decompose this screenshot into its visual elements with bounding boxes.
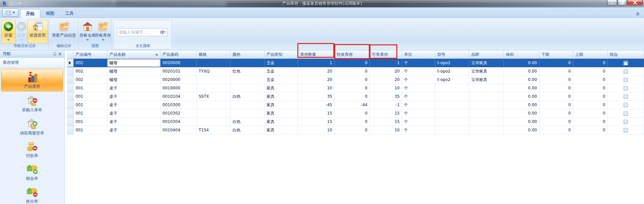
table-cell[interactable]: 0.00 bbox=[504, 101, 539, 109]
table-cell[interactable]: 35 bbox=[298, 92, 335, 101]
table-cell[interactable]: 0 bbox=[335, 67, 370, 76]
back-button[interactable]: 后退 bbox=[1, 20, 15, 43]
table-cell[interactable]: 0 bbox=[573, 118, 608, 126]
table-cell[interactable]: 0 bbox=[335, 76, 370, 84]
table-row[interactable]: 001桌子0010000家具10010个0.0000 bbox=[67, 84, 644, 92]
table-cell[interactable]: -44 bbox=[335, 101, 370, 109]
table-cell[interactable]: 0 bbox=[539, 118, 573, 126]
table-cell[interactable]: 0010000 bbox=[160, 84, 197, 92]
table-cell[interactable]: 0 bbox=[335, 126, 370, 134]
table-cell[interactable]: 0010304 bbox=[160, 118, 197, 126]
table-cell[interactable] bbox=[435, 92, 469, 101]
table-row[interactable]: 001桌子0010104SSTX白色家具35035个0.0000 bbox=[67, 92, 644, 101]
table-cell[interactable] bbox=[469, 84, 504, 92]
column-header-7[interactable]: 库存数量 bbox=[298, 50, 335, 59]
table-cell[interactable]: 桌子 bbox=[107, 109, 160, 118]
table-cell[interactable]: 0 bbox=[573, 109, 608, 118]
table-cell[interactable]: 15 bbox=[370, 118, 402, 126]
table-cell[interactable]: 宝华家具 bbox=[469, 59, 504, 67]
table-cell[interactable]: 白色 bbox=[231, 92, 264, 101]
table-cell[interactable]: 白色 bbox=[231, 118, 264, 126]
table-cell[interactable]: 0 bbox=[539, 59, 573, 67]
table-cell[interactable]: 五金 bbox=[264, 67, 298, 76]
close-button[interactable] bbox=[627, 0, 643, 5]
table-cell[interactable]: 0 bbox=[573, 76, 608, 84]
table-cell[interactable]: t-opo2 bbox=[435, 67, 469, 76]
table-cell[interactable] bbox=[231, 59, 264, 67]
forward-button[interactable]: 前进 bbox=[15, 20, 28, 43]
column-header-14[interactable]: 下限 bbox=[539, 50, 573, 59]
table-cell[interactable] bbox=[231, 76, 264, 84]
combo-checkbox[interactable] bbox=[624, 61, 628, 65]
table-cell[interactable]: 家具 bbox=[264, 118, 298, 126]
table-cell[interactable]: 螺母 bbox=[107, 76, 160, 84]
table-cell[interactable]: 0010302 bbox=[160, 109, 197, 118]
sidebar-item-supplier-return[interactable]: 供应商退货单 bbox=[1, 116, 63, 138]
column-header-1[interactable]: 产品编号 bbox=[73, 50, 107, 59]
table-cell[interactable]: 15 bbox=[298, 109, 335, 118]
table-cell[interactable] bbox=[469, 118, 504, 126]
all-stock-button[interactable]: 所有库存 bbox=[95, 20, 111, 43]
table-cell[interactable]: 0.00 bbox=[504, 76, 539, 84]
table-cell[interactable]: T154 bbox=[197, 126, 231, 134]
table-cell[interactable]: 10 bbox=[370, 84, 402, 92]
table-cell[interactable]: 0 bbox=[573, 101, 608, 109]
table-cell[interactable] bbox=[231, 109, 264, 118]
table-row[interactable]: 002螺母0020101TYXQ红色五金20020个t-opo2宝华家具0.00… bbox=[67, 67, 644, 76]
table-cell[interactable]: -45 bbox=[298, 101, 335, 109]
table-cell[interactable]: 0010104 bbox=[160, 92, 197, 101]
column-header-16[interactable]: 组合 bbox=[608, 50, 644, 59]
search-go-button[interactable]: 搜! bbox=[159, 30, 167, 35]
sidebar-item-purchase-inbound[interactable]: 采购入库单 bbox=[1, 93, 63, 115]
table-cell[interactable]: 五金 bbox=[264, 76, 298, 84]
table-cell[interactable]: 螺母 bbox=[107, 59, 160, 67]
tab-home[interactable]: 开始 bbox=[20, 9, 40, 18]
combo-checkbox[interactable] bbox=[624, 94, 628, 99]
table-cell[interactable]: 0.00 bbox=[504, 84, 539, 92]
table-row[interactable]: 001桌子0010304白色家具15015个0.0000 bbox=[67, 118, 644, 126]
column-header-15[interactable]: 上限 bbox=[573, 50, 608, 59]
table-cell[interactable]: 家具 bbox=[264, 101, 298, 109]
table-cell[interactable]: 桌子 bbox=[107, 101, 160, 109]
table-cell[interactable] bbox=[435, 126, 469, 134]
table-cell[interactable] bbox=[469, 101, 504, 109]
table-cell[interactable]: 10 bbox=[370, 126, 402, 134]
table-cell[interactable]: 0 bbox=[539, 109, 573, 118]
restore-button[interactable] bbox=[617, 0, 627, 5]
table-cell[interactable]: 0020101 bbox=[160, 67, 197, 76]
minimize-button[interactable] bbox=[607, 0, 617, 5]
column-header-9[interactable]: 可售库存 bbox=[370, 50, 402, 59]
combo-checkbox[interactable] bbox=[624, 103, 628, 107]
table-cell[interactable]: 0 bbox=[539, 92, 573, 101]
table-row[interactable]: 001桌子0010300家具-45-44-1个0.0000 bbox=[67, 101, 644, 109]
table-cell[interactable]: 红色 bbox=[231, 67, 264, 76]
column-header-2[interactable]: 产品名称 bbox=[107, 50, 160, 59]
table-cell[interactable]: 15 bbox=[370, 109, 402, 118]
table-cell[interactable]: t-opo2 bbox=[435, 76, 469, 84]
table-cell[interactable] bbox=[469, 92, 504, 101]
table-cell[interactable]: 0010404 bbox=[160, 126, 197, 134]
table-cell[interactable]: 白色 bbox=[231, 126, 264, 134]
table-cell[interactable]: 0 bbox=[573, 92, 608, 101]
table-cell[interactable]: t-opo2 bbox=[435, 59, 469, 67]
table-cell[interactable]: 0.00 bbox=[504, 67, 539, 76]
table-cell[interactable]: 宝华家具 bbox=[469, 76, 504, 84]
table-cell[interactable]: 1 bbox=[370, 59, 402, 67]
table-cell[interactable]: TYXQ bbox=[197, 67, 231, 76]
table-cell[interactable]: 20 bbox=[298, 67, 335, 76]
table-cell[interactable]: 0 bbox=[335, 118, 370, 126]
table-cell[interactable]: 001 bbox=[73, 101, 107, 109]
combo-checkbox[interactable] bbox=[624, 111, 628, 116]
sidebar-item-product-stock[interactable]: Σ 产品库存 bbox=[1, 69, 63, 91]
table-cell[interactable]: 0 bbox=[539, 126, 573, 134]
table-cell[interactable]: 0.00 bbox=[504, 109, 539, 118]
table-cell[interactable]: 001 bbox=[73, 92, 107, 101]
table-cell[interactable] bbox=[435, 84, 469, 92]
column-header-4[interactable]: 规格 bbox=[197, 50, 231, 59]
table-cell[interactable]: 个 bbox=[402, 67, 435, 76]
table-cell[interactable]: 个 bbox=[402, 109, 435, 118]
table-row[interactable]: 002螺母0020000五金101个t-opo2宝华家具0.0000 bbox=[67, 59, 644, 67]
table-cell[interactable] bbox=[197, 76, 231, 84]
table-row[interactable]: 001桌子0010404T154白色家具10010个0.0000 bbox=[67, 126, 644, 134]
table-cell[interactable]: 个 bbox=[402, 101, 435, 109]
